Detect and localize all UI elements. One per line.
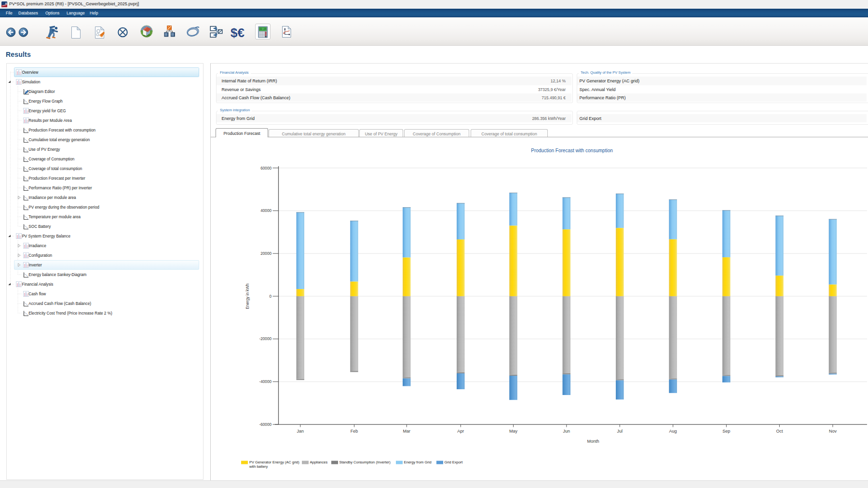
svg-text:0: 0 xyxy=(269,294,271,299)
svg-text:Jun: Jun xyxy=(563,429,570,434)
svg-text:-20000: -20000 xyxy=(259,337,272,341)
svg-text:40000: 40000 xyxy=(260,209,271,213)
svg-text:Jul: Jul xyxy=(617,429,623,434)
svg-text:$€: $€ xyxy=(231,26,244,40)
svg-text:Oct: Oct xyxy=(776,429,783,434)
svg-text:Appliances: Appliances xyxy=(310,460,328,464)
svg-text:Apr: Apr xyxy=(457,429,464,434)
svg-text:with battery: with battery xyxy=(249,464,268,469)
svg-text:Feb: Feb xyxy=(351,429,358,434)
svg-text:Jan: Jan xyxy=(297,429,304,434)
svg-text:Standby Consumption (Inverter): Standby Consumption (Inverter) xyxy=(339,460,391,464)
svg-text:-40000: -40000 xyxy=(259,380,272,384)
svg-text:Production Forecast with consu: Production Forecast with consumption xyxy=(531,148,613,153)
svg-text:Energy in kWh: Energy in kWh xyxy=(245,283,250,309)
svg-text:Energy from Grid: Energy from Grid xyxy=(404,460,432,464)
svg-text:20000: 20000 xyxy=(260,251,271,256)
svg-text:Mar: Mar xyxy=(403,429,411,434)
svg-text:Grid Export: Grid Export xyxy=(445,460,463,464)
svg-text:32.24: 32.24 xyxy=(259,28,267,30)
svg-text:Month: Month xyxy=(587,439,599,444)
svg-text:PV Generator Energy (AC grid): PV Generator Energy (AC grid) xyxy=(249,460,299,464)
svg-text:May: May xyxy=(509,429,518,434)
svg-text:Nov: Nov xyxy=(829,429,837,434)
svg-text:-60000: -60000 xyxy=(259,422,272,427)
svg-text:Aug: Aug xyxy=(669,429,677,434)
svg-text:Sep: Sep xyxy=(722,429,730,434)
svg-text:60000: 60000 xyxy=(260,166,271,171)
